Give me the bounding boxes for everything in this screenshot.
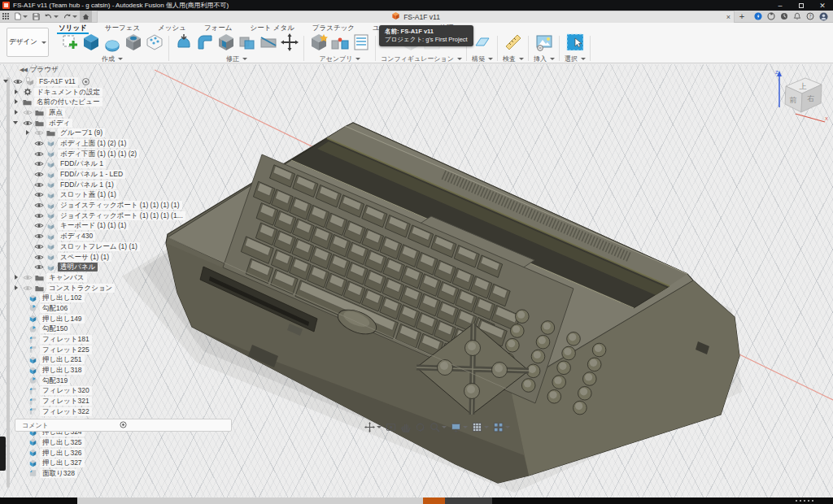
browser-item-label[interactable]: 押し出し318 <box>40 366 85 375</box>
view-cube[interactable]: 上 前 右 Z X <box>768 67 830 125</box>
browser-row[interactable]: スロットフレーム (1) (1) <box>0 241 138 252</box>
browser-row[interactable]: ボディ <box>0 118 138 128</box>
browser-row[interactable]: 押し出し251 <box>0 355 138 366</box>
browser-item-label[interactable]: 透明パネル <box>58 263 98 272</box>
joint-icon[interactable] <box>330 33 350 55</box>
browser-item-label[interactable]: ジョイスティックポート (1) (1) (1) (1) <box>58 201 182 210</box>
browser-row[interactable]: 押し出し149 <box>0 314 138 324</box>
group-label[interactable]: アセンブリ <box>320 54 361 63</box>
browser-item-label[interactable]: FDD/パネル 1 - LED <box>58 170 125 179</box>
browser-item-label[interactable]: ドキュメントの設定 <box>34 88 102 97</box>
browser-row[interactable]: 押し出し326 <box>0 448 138 458</box>
undo-icon[interactable] <box>42 11 61 23</box>
look-at-icon[interactable] <box>386 422 396 432</box>
browser-row[interactable]: ジョイスティックポート (1) (1) (1) (1... <box>0 211 138 221</box>
browser-item-label[interactable]: 押し出し149 <box>40 315 85 324</box>
browser-item-label[interactable]: ボディ下面 (1) (1) (1) (2) <box>58 150 139 159</box>
pattern-icon[interactable] <box>145 33 164 55</box>
browser-row[interactable]: フィレット225 <box>0 345 138 355</box>
apps-grid-icon[interactable] <box>0 11 12 23</box>
measure-icon[interactable] <box>504 33 523 55</box>
notifications-icon[interactable] <box>792 12 803 20</box>
browser-row[interactable]: 勾配106 <box>0 303 138 314</box>
viewports-icon[interactable] <box>493 422 510 432</box>
browser-row[interactable]: スロット蓋 (1) (1) <box>0 190 138 201</box>
expand-arrow-icon[interactable] <box>24 129 32 137</box>
display-settings-icon[interactable] <box>451 422 468 432</box>
browser-item-label[interactable]: フィレット322 <box>40 407 92 416</box>
document-tab[interactable]: FS-A1F v11 × <box>97 11 735 23</box>
taskbar-fusion-segment[interactable] <box>423 497 445 504</box>
browser-item-label[interactable]: キャンバス <box>46 273 87 282</box>
orbit-pan-icon[interactable] <box>364 422 382 432</box>
activate-radio[interactable] <box>82 78 89 85</box>
presspull-icon[interactable] <box>174 33 194 55</box>
browser-row[interactable]: スペーサ (1) (1) <box>0 252 138 263</box>
browser-row[interactable]: 押し出し102 <box>0 293 138 303</box>
browser-row[interactable]: 勾配150 <box>0 324 138 335</box>
browser-item-label[interactable]: グループ1 (9) <box>58 128 105 137</box>
browser-row[interactable]: ボディ430 <box>0 231 138 241</box>
visibility-eye-icon[interactable] <box>33 211 44 219</box>
taskbar-window-segment[interactable] <box>77 497 423 504</box>
new-tab-button[interactable]: + <box>735 11 749 21</box>
group-label[interactable]: 修正 <box>226 54 247 63</box>
hole-icon[interactable] <box>124 33 143 55</box>
sketch-icon[interactable] <box>60 33 80 55</box>
browser-item-label[interactable]: FDD/パネル 1 <box>58 159 106 168</box>
comment-marker-icon[interactable] <box>120 421 127 430</box>
taskbar-active-segment[interactable] <box>445 497 492 504</box>
browser-row[interactable]: ボディ上面 (1) (2) (1) <box>0 138 138 149</box>
browser-item-label[interactable]: ボディ430 <box>58 232 95 241</box>
visibility-eye-icon[interactable] <box>33 160 44 168</box>
save-icon[interactable] <box>30 11 42 23</box>
expand-arrow-icon[interactable] <box>13 109 20 116</box>
browser-item-label[interactable]: フィレット225 <box>40 345 92 354</box>
orbit-icon[interactable] <box>415 422 425 432</box>
visibility-eye-icon[interactable] <box>33 139 44 147</box>
group-label[interactable]: 選択 <box>565 54 586 63</box>
tab-close-icon[interactable]: × <box>726 13 731 21</box>
plane-icon[interactable] <box>473 33 492 55</box>
expand-arrow-icon[interactable] <box>13 285 20 292</box>
history-icon[interactable] <box>778 12 790 20</box>
browser-row[interactable]: 押し出し318 <box>0 365 138 376</box>
visibility-eye-icon[interactable] <box>22 284 33 292</box>
visibility-eye-icon[interactable] <box>33 129 44 137</box>
group-label[interactable]: 検査 <box>503 54 524 63</box>
browser-item-label[interactable]: ジョイスティックポート (1) (1) (1) (1... <box>58 211 185 220</box>
extrude-icon[interactable] <box>81 33 101 55</box>
insert-icon[interactable] <box>534 33 554 55</box>
browser-row[interactable]: グループ1 (9) <box>0 128 138 138</box>
browser-row[interactable]: キーボード (1) (1) (1) <box>0 221 138 232</box>
expand-arrow-icon[interactable] <box>3 78 11 85</box>
browser-row[interactable]: FS-A1F v11 <box>0 76 138 87</box>
visibility-eye-icon[interactable] <box>33 242 44 250</box>
pan-icon[interactable] <box>400 422 411 432</box>
expand-arrow-icon[interactable] <box>13 98 20 106</box>
browser-item-label[interactable]: FS-A1F v11 <box>37 77 78 86</box>
browser-row[interactable]: FDD/パネル 1 - LED <box>0 169 138 180</box>
browser-row[interactable]: 押し出し325 <box>0 437 138 448</box>
browser-item-label[interactable]: 勾配319 <box>40 376 70 385</box>
home-icon[interactable] <box>80 11 92 23</box>
revolve-icon[interactable] <box>102 33 122 55</box>
windows-taskbar[interactable] <box>0 497 833 504</box>
bom-icon[interactable] <box>351 33 371 55</box>
browser-row[interactable]: 名前の付いたビュー <box>0 97 138 107</box>
shell-icon[interactable] <box>216 33 236 55</box>
browser-item-label[interactable]: キーボード (1) (1) (1) <box>58 221 129 230</box>
minimize-button[interactable]: – <box>770 0 791 11</box>
browser-item-label[interactable]: 押し出し251 <box>40 355 85 364</box>
browser-item-label[interactable]: 勾配106 <box>40 304 70 313</box>
file-icon[interactable] <box>12 11 30 23</box>
avatar-icon[interactable] <box>818 12 830 21</box>
comment-bar[interactable]: コメント <box>15 419 232 432</box>
expand-arrow-icon[interactable] <box>13 89 20 96</box>
browser-row[interactable]: ジョイスティックポート (1) (1) (1) (1) <box>0 200 138 211</box>
select-icon[interactable] <box>565 33 585 55</box>
fillet3d-icon[interactable] <box>195 33 215 55</box>
browser-item-label[interactable]: 押し出し102 <box>40 293 85 302</box>
browser-row[interactable]: 原点 <box>0 107 138 118</box>
browser-item-label[interactable]: フィレット321 <box>40 397 92 406</box>
